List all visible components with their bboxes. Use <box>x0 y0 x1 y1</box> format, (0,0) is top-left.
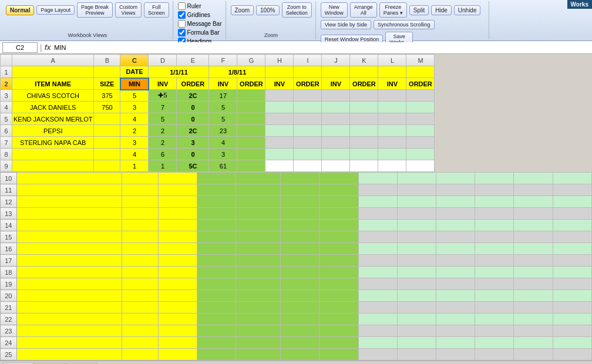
cell-C8[interactable]: 4 <box>120 149 149 160</box>
cell-E13[interactable] <box>236 208 281 220</box>
unhide-button[interactable]: Unhide <box>454 5 481 15</box>
col-header-L[interactable]: L <box>378 55 406 66</box>
cell-A13[interactable] <box>16 208 122 220</box>
cell-G11[interactable] <box>319 184 358 196</box>
cell-M14[interactable] <box>553 220 591 231</box>
cell-I18[interactable] <box>397 267 436 278</box>
split-button[interactable]: Split <box>409 5 429 15</box>
cell-I25[interactable] <box>397 349 436 360</box>
cell-H3[interactable] <box>265 90 294 102</box>
cell-C17[interactable] <box>158 255 197 267</box>
cell-B23[interactable] <box>122 325 158 337</box>
cell-B3[interactable]: 375 <box>94 90 120 102</box>
freeze-panes-button[interactable]: FreezePanes ▾ <box>379 2 407 18</box>
cell-C18[interactable] <box>158 267 197 278</box>
cell-F20[interactable] <box>281 290 319 302</box>
page-break-button[interactable]: Page BreakPreview <box>77 2 113 18</box>
cell-K23[interactable] <box>475 325 514 337</box>
cell-J3[interactable] <box>322 90 350 102</box>
cell-A3[interactable]: CHIVAS SCOTCH <box>12 90 94 102</box>
cell-G13[interactable] <box>319 208 358 220</box>
cell-I7[interactable] <box>294 137 322 149</box>
cell-B15[interactable] <box>122 231 158 243</box>
cell-M18[interactable] <box>553 267 591 278</box>
cell-J23[interactable] <box>436 325 475 337</box>
cell-A16[interactable] <box>16 243 122 255</box>
cell-E23[interactable] <box>236 325 281 337</box>
cell-G12[interactable] <box>319 196 358 208</box>
cell-M17[interactable] <box>553 255 591 267</box>
cell-F23[interactable] <box>281 325 319 337</box>
cell-C15[interactable] <box>158 231 197 243</box>
cell-F8[interactable]: 3 <box>209 149 237 160</box>
cell-H14[interactable] <box>358 220 397 231</box>
cell-J5[interactable] <box>322 113 350 125</box>
cell-E8[interactable]: 0 <box>177 149 209 160</box>
cell-L10[interactable] <box>514 173 553 184</box>
cell-C10[interactable] <box>158 173 197 184</box>
cell-D15[interactable] <box>197 231 236 243</box>
cell-I14[interactable] <box>397 220 436 231</box>
cell-J8[interactable] <box>322 149 350 160</box>
cell-B18[interactable] <box>122 267 158 278</box>
cell-H9[interactable] <box>265 160 294 172</box>
cell-F18[interactable] <box>281 267 319 278</box>
cell-M11[interactable] <box>553 184 591 196</box>
cell-L25[interactable] <box>514 349 553 360</box>
cell-E14[interactable] <box>236 220 281 231</box>
cell-K15[interactable] <box>475 231 514 243</box>
cell-G8[interactable] <box>237 149 265 160</box>
cell-E17[interactable] <box>236 255 281 267</box>
ruler-checkbox[interactable]: Ruler <box>178 2 222 10</box>
cell-C16[interactable] <box>158 243 197 255</box>
cell-F1[interactable]: 1/8/11 <box>209 66 265 78</box>
cell-B22[interactable] <box>122 314 158 325</box>
cell-A22[interactable] <box>16 314 122 325</box>
cell-I13[interactable] <box>397 208 436 220</box>
col-header-C[interactable]: C <box>120 55 149 66</box>
cell-E15[interactable] <box>236 231 281 243</box>
cell-K14[interactable] <box>475 220 514 231</box>
cell-D7[interactable]: 2 <box>149 137 177 149</box>
cell-L11[interactable] <box>514 184 553 196</box>
cell-A17[interactable] <box>16 255 122 267</box>
cell-J9[interactable] <box>322 160 350 172</box>
cell-C6[interactable]: 2 <box>120 125 149 137</box>
cell-B6[interactable] <box>94 125 120 137</box>
cell-I21[interactable] <box>397 302 436 314</box>
cell-B24[interactable] <box>122 337 158 349</box>
cell-G15[interactable] <box>319 231 358 243</box>
cell-I1[interactable] <box>294 66 322 78</box>
cell-J19[interactable] <box>436 278 475 290</box>
cell-D1[interactable]: 1/1/11 <box>149 66 209 78</box>
cell-F5[interactable]: 5 <box>209 113 237 125</box>
cell-H23[interactable] <box>358 325 397 337</box>
cell-G20[interactable] <box>319 290 358 302</box>
cell-I8[interactable] <box>294 149 322 160</box>
cell-M22[interactable] <box>553 314 591 325</box>
col-header-E[interactable]: E <box>177 55 209 66</box>
custom-views-button[interactable]: CustomViews <box>115 2 142 18</box>
cell-F10[interactable] <box>281 173 319 184</box>
cell-D5[interactable]: 5 <box>149 113 177 125</box>
cell-D3[interactable]: ✚5 <box>149 90 177 102</box>
cell-H24[interactable] <box>358 337 397 349</box>
cell-G18[interactable] <box>319 267 358 278</box>
cell-G7[interactable] <box>237 137 265 149</box>
cell-I16[interactable] <box>397 243 436 255</box>
cell-G10[interactable] <box>319 173 358 184</box>
cell-E3[interactable]: 2C <box>177 90 209 102</box>
cell-M2[interactable]: ORDER <box>406 78 435 90</box>
cell-D23[interactable] <box>197 325 236 337</box>
cell-I4[interactable] <box>294 102 322 113</box>
cell-F16[interactable] <box>281 243 319 255</box>
cell-E10[interactable] <box>236 173 281 184</box>
cell-D12[interactable] <box>197 196 236 208</box>
cell-E21[interactable] <box>236 302 281 314</box>
cell-H6[interactable] <box>265 125 294 137</box>
cell-D25[interactable] <box>197 349 236 360</box>
cell-F24[interactable] <box>281 337 319 349</box>
cell-E12[interactable] <box>236 196 281 208</box>
cell-B17[interactable] <box>122 255 158 267</box>
cell-H15[interactable] <box>358 231 397 243</box>
